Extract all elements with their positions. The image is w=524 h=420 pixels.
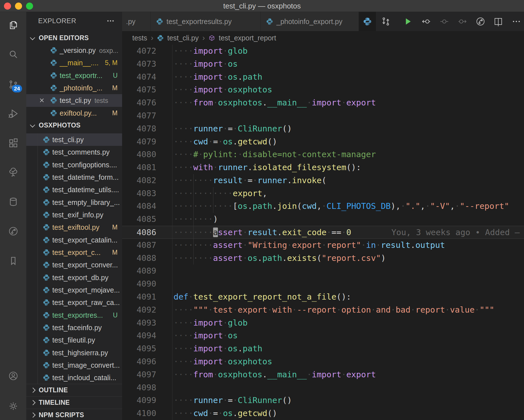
tree-item[interactable]: test_datetime_form... bbox=[26, 171, 122, 183]
line-number: 4086 bbox=[122, 226, 156, 239]
split-editor-icon[interactable] bbox=[493, 17, 503, 26]
tree-item[interactable]: test_export_conver... bbox=[26, 259, 122, 271]
tree-item[interactable]: test_exportres...U bbox=[26, 309, 122, 321]
more-actions-icon[interactable] bbox=[512, 17, 521, 26]
tree-item[interactable]: test_export_catalin... bbox=[26, 234, 122, 246]
run-icon[interactable] bbox=[403, 17, 413, 26]
activity-bookmarks-icon[interactable] bbox=[0, 251, 26, 271]
tree-item[interactable]: test_cli.py bbox=[26, 133, 122, 146]
tree-item[interactable]: test_image_convert... bbox=[26, 359, 122, 371]
code-line[interactable]: 4075····import·osxphotos bbox=[122, 83, 524, 96]
code-line[interactable]: 4090 bbox=[122, 278, 524, 291]
project-section-header[interactable]: OSXPHOTOS bbox=[26, 119, 122, 131]
tree-item[interactable]: test_exif_info.py bbox=[26, 209, 122, 221]
sidebar-section-outline[interactable]: OUTLINE bbox=[26, 384, 122, 396]
open-editor-item[interactable]: __main__....5, M bbox=[26, 57, 122, 69]
activity-test-tree-icon[interactable] bbox=[0, 162, 26, 182]
code-line[interactable]: 4095····import·os.path bbox=[122, 342, 524, 355]
activity-extensions-icon[interactable] bbox=[0, 133, 26, 153]
code-line[interactable]: 4084············[os.path.join(cwd,·CLI_P… bbox=[122, 200, 524, 213]
code-line[interactable]: 4078····runner·=·CliRunner() bbox=[122, 122, 524, 135]
code-line[interactable]: 4093····import·glob bbox=[122, 317, 524, 330]
tree-item[interactable]: test_fileutil.py bbox=[26, 334, 122, 346]
code-line[interactable]: 4079····cwd·=·os.getcwd() bbox=[122, 135, 524, 148]
activity-run-debug-icon[interactable] bbox=[0, 104, 26, 124]
code-line[interactable]: 4097····from·osxphotos.__main__·import·e… bbox=[122, 368, 524, 381]
git-status-badge: 5, M bbox=[105, 57, 118, 69]
activity-source-control-icon[interactable]: 24 bbox=[0, 75, 26, 94]
code-line[interactable]: 4087········assert·"Writing·export·repor… bbox=[122, 239, 524, 252]
code-line[interactable]: 4100····cwd·=·os.getcwd() bbox=[122, 407, 524, 420]
code-text: ····import·os.path bbox=[174, 342, 262, 355]
tree-item[interactable]: test_exiftool.pyM bbox=[26, 221, 122, 233]
navigate-forward-icon[interactable] bbox=[458, 17, 467, 26]
activity-account-icon[interactable] bbox=[0, 366, 26, 386]
activity-search-icon[interactable] bbox=[0, 45, 26, 64]
python-icon bbox=[43, 149, 50, 155]
close-icon[interactable] bbox=[38, 97, 46, 104]
code-line[interactable]: 4076····from·osxphotos.__main__·import·e… bbox=[122, 96, 524, 109]
open-editor-item[interactable]: test_cli.pytests bbox=[26, 94, 122, 107]
code-line[interactable]: 4083············export, bbox=[122, 187, 524, 200]
code-line[interactable]: 4085········) bbox=[122, 213, 524, 226]
code-line[interactable]: 4077 bbox=[122, 109, 524, 122]
open-editor-item[interactable]: _version.pyosxp... bbox=[26, 44, 122, 57]
editor-tab[interactable]: test_exportresults.py bbox=[151, 12, 261, 31]
python-extension-button[interactable] bbox=[359, 12, 376, 31]
breadcrumb-item[interactable]: test_cli.py bbox=[167, 34, 199, 42]
code-line[interactable]: 4080····#·pylint:·disable=not-context-ma… bbox=[122, 148, 524, 161]
code-line[interactable]: 4092····"""·test·export·with·--report·op… bbox=[122, 304, 524, 317]
python-icon bbox=[43, 287, 50, 293]
minimize-window-button[interactable] bbox=[15, 3, 22, 10]
code-line[interactable]: 4099····runner·=·CliRunner() bbox=[122, 394, 524, 407]
open-editor-item[interactable]: test_exportr...U bbox=[26, 69, 122, 82]
tree-item[interactable]: test_export_db.py bbox=[26, 271, 122, 284]
gitlens-icon[interactable] bbox=[476, 17, 485, 26]
navigate-back-icon[interactable] bbox=[421, 17, 431, 26]
navigate-dot-icon[interactable] bbox=[439, 17, 449, 26]
activity-database-icon[interactable] bbox=[0, 192, 26, 212]
indent-guide bbox=[193, 174, 194, 187]
open-editor-item[interactable]: _photoinfo_...M bbox=[26, 82, 122, 94]
tree-item[interactable]: test_comments.py bbox=[26, 146, 122, 158]
sidebar-section-timeline[interactable]: TIMELINE bbox=[26, 396, 122, 409]
editor-tab[interactable]: _photoinfo_export.py bbox=[261, 12, 359, 31]
tree-item[interactable]: test_export_c...M bbox=[26, 246, 122, 259]
editor-tab[interactable]: .py bbox=[122, 12, 151, 31]
activity-files-icon[interactable] bbox=[0, 15, 26, 35]
code-line[interactable]: 4082········result·=·runner.invoke( bbox=[122, 174, 524, 187]
code-line[interactable]: 4081····with·runner.isolated_filesystem(… bbox=[122, 161, 524, 174]
code-line[interactable]: 4091def·test_export_report_not_a_file(): bbox=[122, 291, 524, 304]
code-editor[interactable]: 4072····import·glob4073····import·os4074… bbox=[122, 45, 524, 420]
compare-changes-icon[interactable] bbox=[381, 17, 391, 26]
code-line[interactable]: 4088········assert·os.path.exists("repor… bbox=[122, 252, 524, 265]
tree-item[interactable]: test_configoptions.... bbox=[26, 159, 122, 171]
code-text: ····import·glob bbox=[174, 45, 248, 58]
code-line[interactable]: 4072····import·glob bbox=[122, 45, 524, 58]
close-window-button[interactable] bbox=[4, 3, 11, 10]
code-line[interactable]: 4096····import·osxphotos bbox=[122, 355, 524, 368]
tree-item[interactable]: test_export_raw_ca... bbox=[26, 296, 122, 309]
code-line[interactable]: 4086········assert·result.exit_code·==·0… bbox=[122, 226, 524, 239]
zoom-window-button[interactable] bbox=[26, 3, 33, 10]
sidebar-section-npm-scripts[interactable]: NPM SCRIPTS bbox=[26, 409, 122, 420]
tree-item[interactable]: test_empty_library_... bbox=[26, 196, 122, 209]
activity-settings-icon[interactable] bbox=[0, 396, 26, 416]
tree-item[interactable]: test_highsierra.py bbox=[26, 347, 122, 359]
code-line[interactable]: 4094····import·os bbox=[122, 329, 524, 342]
tree-item[interactable]: test_datetime_utils.... bbox=[26, 183, 122, 196]
activity-gitlens-icon[interactable] bbox=[0, 221, 26, 241]
tree-item[interactable]: test_export_mojave... bbox=[26, 284, 122, 296]
open-editors-section-header[interactable]: OPEN EDITORS bbox=[26, 32, 122, 44]
code-line[interactable]: 4089 bbox=[122, 265, 524, 278]
code-line[interactable]: 4074····import·os.path bbox=[122, 71, 524, 84]
breadcrumb-item[interactable]: test_export_report bbox=[219, 34, 276, 42]
more-actions-icon[interactable] bbox=[106, 17, 115, 25]
tree-item[interactable]: test_incloud_catali... bbox=[26, 371, 122, 384]
breadcrumb-item[interactable]: tests bbox=[132, 34, 147, 42]
code-line[interactable]: 4073····import·os bbox=[122, 58, 524, 71]
open-editor-item[interactable]: exiftool.py...M bbox=[26, 107, 122, 119]
indent-guide bbox=[193, 239, 194, 252]
code-line[interactable]: 4098 bbox=[122, 381, 524, 394]
tree-item[interactable]: test_faceinfo.py bbox=[26, 321, 122, 334]
